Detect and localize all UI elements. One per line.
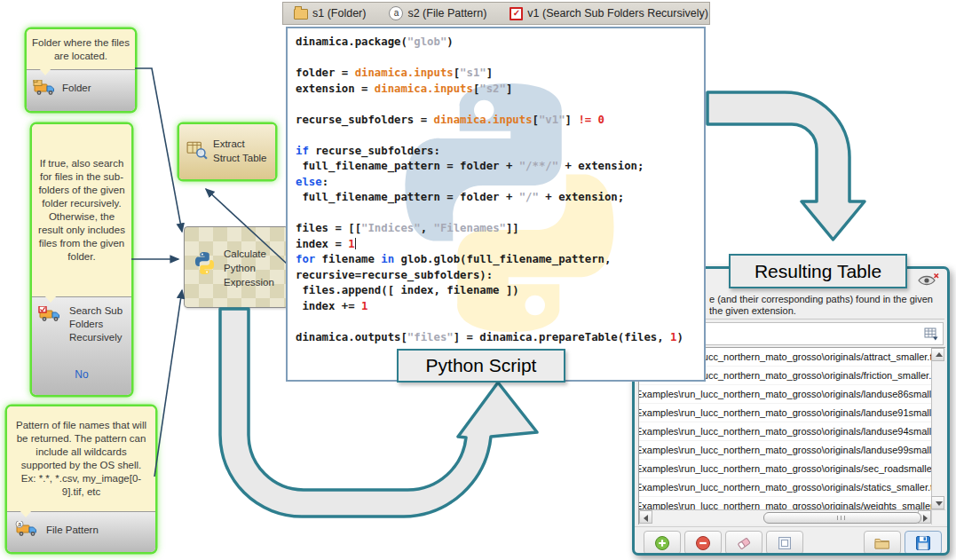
scroll-up-button[interactable] <box>931 348 944 361</box>
add-row-button[interactable] <box>644 531 681 553</box>
link-pattern-to-calculate <box>154 290 182 477</box>
code-line: else: <box>296 175 700 191</box>
table-description-line1: e (and their corresponding paths) found … <box>709 294 947 305</box>
python-script-callout: Python Script <box>397 349 565 383</box>
code-line <box>296 51 700 67</box>
minus-icon <box>695 535 711 551</box>
search-node-value: No <box>32 368 131 381</box>
plus-icon <box>654 535 670 551</box>
search-subfolders-node-group[interactable]: If true, also search for files in the su… <box>32 124 131 395</box>
search-subfolders-node[interactable]: Search Sub Folders Recursively No <box>32 296 131 395</box>
code-line <box>296 97 700 113</box>
resulting-table-callout-text: Resulting Table <box>755 261 881 282</box>
vertical-scrollbar[interactable] <box>931 348 945 509</box>
link-folder-to-calculate <box>135 68 182 232</box>
save-button[interactable] <box>905 531 942 553</box>
code-line: for filename in glob.glob(full_filename_… <box>296 252 700 268</box>
folder-truck-icon <box>33 80 56 96</box>
search-node-label: Search Sub Folders Recursively <box>69 304 126 344</box>
code-line: folder = dinamica.inputs["s1"] <box>296 66 700 82</box>
table-row[interactable]: Examples\run_lucc_northern_mato_grosso\o… <box>639 422 931 441</box>
pattern-comment: Pattern of file names that will be retur… <box>7 406 155 511</box>
workspace: Folder where the files are located. Fold… <box>0 0 956 560</box>
tab-label: s1 (Folder) <box>312 7 366 20</box>
tab-label: s2 (File Pattern) <box>407 7 486 20</box>
calculate-node-label: Calculate Python Expression <box>224 247 286 289</box>
code-line: if recurse_subfolders: <box>296 144 700 160</box>
python-code-editor[interactable]: dinamica.package("glob") folder = dinami… <box>286 27 706 382</box>
tab-label: v1 (Search Sub Folders Recursively) <box>527 7 708 20</box>
scroll-down-button[interactable] <box>931 496 944 509</box>
extract-struct-table-node[interactable]: Extract Struct Table <box>179 124 275 179</box>
svg-text:a: a <box>18 521 21 527</box>
table-row[interactable]: Examples\run_lucc_northern_mato_grosso\o… <box>639 404 931 422</box>
table-row[interactable]: Examples\run_lucc_northern_mato_grosso\o… <box>639 478 931 497</box>
calculate-python-expression-node[interactable]: Calculate Python Expression <box>184 226 288 308</box>
file-pattern-node-group[interactable]: Pattern of file names that will be retur… <box>7 406 155 552</box>
erase-button[interactable] <box>725 531 762 553</box>
code-line: dinamica.outputs["files"] = dinamica.pre… <box>296 330 700 346</box>
code-line: dinamica.package("glob") <box>296 35 700 51</box>
folder-node-group[interactable]: Folder where the files are located. Fold… <box>27 29 135 111</box>
code-text: dinamica.package("glob") folder = dinami… <box>296 35 700 345</box>
horizontal-scroll-thumb[interactable] <box>763 512 921 524</box>
resulting-table-callout: Resulting Table <box>729 254 907 288</box>
table-row[interactable]: Examples\run_lucc_northern_mato_grosso\o… <box>639 460 931 478</box>
horizontal-scrollbar[interactable] <box>639 509 931 525</box>
checkbox-truck-icon <box>38 306 61 322</box>
code-line <box>296 128 700 144</box>
save-icon <box>915 535 931 551</box>
folder-node[interactable]: Folder <box>27 69 135 111</box>
tab-v1[interactable]: v1 (Search Sub Folders Recursively) <box>510 7 708 20</box>
extract-node-label: Extract Struct Table <box>213 137 272 165</box>
remove-row-button[interactable] <box>684 531 722 553</box>
code-line <box>296 206 700 222</box>
pattern-node-label: File Pattern <box>46 524 99 537</box>
string-truck-icon: a <box>15 521 38 537</box>
table-row[interactable]: Examples\run_lucc_northern_mato_grosso\o… <box>639 441 931 460</box>
python-script-callout-text: Python Script <box>426 355 537 376</box>
folder-comment-text: Folder where the files are located. <box>32 36 130 63</box>
search-comment: If true, also search for files in the su… <box>32 124 131 296</box>
tab-s1[interactable]: s1 (Folder) <box>294 7 366 20</box>
python-icon <box>193 251 217 275</box>
code-line: full_filename_pattern = folder + "/**/" … <box>296 159 700 175</box>
table-description: e (and their corresponding paths) found … <box>709 294 947 317</box>
folder-icon <box>874 536 890 550</box>
table-description-line2: the given extension. <box>709 305 947 317</box>
folder-node-label: Folder <box>62 82 91 95</box>
search-comment-text: If true, also search for files in the su… <box>37 157 126 264</box>
pattern-comment-text: Pattern of file names that will be retur… <box>12 419 150 499</box>
code-line: index += 1 <box>296 299 700 315</box>
folder-icon <box>294 9 308 20</box>
extract-table-icon <box>186 140 208 160</box>
table-options-icon[interactable] <box>924 327 938 341</box>
code-line: files = [["Indices", "Filenames"]] <box>296 221 700 237</box>
script-input-tabbar: s1 (Folder)s2 (File Pattern)v1 (Search S… <box>282 2 710 25</box>
tab-s2[interactable]: s2 (File Pattern) <box>389 6 486 20</box>
code-line: files.append([ index, filename ]) <box>296 283 700 299</box>
code-line: full_filename_pattern = folder + "/" + e… <box>296 190 700 206</box>
scrollbar-corner <box>931 509 945 525</box>
scroll-left-button[interactable] <box>639 510 652 524</box>
hide-view-icon[interactable] <box>917 272 940 287</box>
check-icon <box>510 7 523 20</box>
form-icon <box>777 535 793 551</box>
code-line: extension = dinamica.inputs["s2"] <box>296 82 700 98</box>
code-line: index = 1 <box>296 237 700 253</box>
code-line <box>296 314 700 330</box>
code-line: recursive=recurse_subfolders): <box>296 268 700 284</box>
arrow-script-to-table <box>707 92 865 240</box>
eraser-icon <box>736 535 752 551</box>
select-button[interactable] <box>766 531 803 553</box>
a-icon <box>389 6 403 20</box>
table-row[interactable]: Examples\run_lucc_northern_mato_grosso\o… <box>639 497 931 509</box>
folder-comment: Folder where the files are located. <box>27 29 135 69</box>
table-button-bar <box>635 526 947 553</box>
table-row[interactable]: Examples\run_lucc_northern_mato_grosso\o… <box>639 385 931 404</box>
open-folder-button[interactable] <box>864 531 901 553</box>
code-line: recurse_subfolders = dinamica.inputs["v1… <box>296 113 700 129</box>
